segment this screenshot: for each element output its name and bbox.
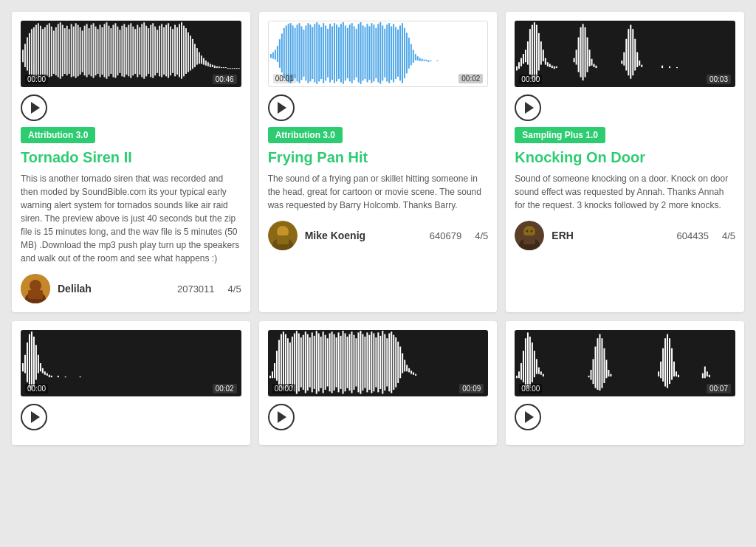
- card-frying: 00:01 00:02 Attribution 3.0 Frying Pan H…: [259, 12, 498, 312]
- svg-rect-211: [583, 24, 584, 81]
- svg-rect-313: [399, 347, 401, 379]
- svg-rect-223: [633, 29, 634, 75]
- svg-rect-86: [212, 65, 213, 67]
- svg-rect-296: [362, 334, 363, 391]
- svg-rect-225: [637, 52, 639, 67]
- svg-rect-276: [317, 334, 319, 392]
- time-start-knocking: 00:00: [519, 75, 542, 84]
- svg-rect-260: [283, 331, 284, 390]
- svg-rect-18: [62, 25, 63, 77]
- svg-rect-323: [520, 363, 522, 380]
- play-button-knocking[interactable]: [515, 94, 541, 121]
- svg-rect-206: [556, 66, 557, 68]
- card-bottom1: 00:00 00:02: [12, 321, 250, 445]
- svg-rect-188: [516, 66, 518, 71]
- svg-rect-208: [576, 49, 577, 64]
- svg-rect-112: [277, 46, 278, 62]
- svg-rect-170: [404, 28, 405, 78]
- svg-rect-299: [368, 335, 370, 390]
- svg-rect-15: [55, 27, 57, 75]
- desc-tornado: This is another tornado siren that was r…: [21, 172, 241, 265]
- svg-rect-16: [58, 24, 59, 78]
- svg-rect-58: [150, 25, 151, 78]
- svg-rect-191: [523, 54, 524, 64]
- svg-rect-253: [80, 376, 81, 377]
- svg-rect-138: [334, 23, 335, 83]
- svg-rect-331: [538, 368, 540, 374]
- svg-rect-113: [279, 39, 281, 67]
- svg-rect-307: [386, 338, 388, 386]
- svg-rect-289: [346, 337, 348, 388]
- svg-rect-303: [377, 332, 379, 392]
- svg-rect-140: [338, 27, 340, 79]
- svg-rect-271: [306, 334, 308, 391]
- svg-rect-213: [587, 38, 588, 72]
- svg-rect-349: [667, 334, 668, 388]
- svg-rect-97: [236, 68, 238, 69]
- svg-rect-68: [172, 29, 173, 73]
- svg-rect-176: [416, 56, 418, 61]
- svg-rect-266: [295, 331, 297, 394]
- license-knocking: Sampling Plus 1.0: [515, 127, 605, 143]
- svg-rect-352: [673, 362, 675, 376]
- time-end-b1: 00:02: [213, 384, 237, 393]
- svg-rect-160: [382, 26, 383, 81]
- svg-rect-13: [51, 27, 52, 77]
- svg-rect-43: [117, 27, 118, 75]
- svg-rect-36: [102, 27, 103, 75]
- svg-rect-319: [413, 372, 414, 374]
- svg-rect-278: [322, 331, 323, 393]
- svg-rect-248: [47, 374, 48, 376]
- svg-rect-108: [28, 290, 43, 299]
- svg-rect-294: [357, 332, 359, 392]
- rating-knocking: 4/5: [722, 230, 735, 241]
- svg-rect-79: [196, 48, 198, 65]
- title-tornado: Tornado Siren II: [21, 149, 241, 166]
- rating-tornado: 4/5: [228, 283, 241, 295]
- svg-rect-226: [639, 61, 641, 66]
- svg-rect-326: [527, 332, 529, 389]
- svg-rect-34: [97, 29, 99, 74]
- svg-rect-115: [283, 28, 284, 78]
- license-tornado: Attribution 3.0: [21, 127, 95, 143]
- svg-rect-330: [536, 359, 537, 374]
- svg-rect-131: [318, 24, 320, 81]
- svg-rect-336: [593, 359, 594, 384]
- play-button-bottom2[interactable]: [268, 404, 295, 430]
- svg-rect-145: [348, 24, 350, 81]
- avatar-mike: [268, 221, 298, 250]
- svg-rect-177: [419, 58, 420, 61]
- svg-rect-158: [377, 24, 379, 82]
- svg-rect-254: [269, 376, 271, 378]
- svg-rect-92: [225, 67, 227, 68]
- svg-rect-166: [395, 27, 396, 79]
- svg-rect-150: [360, 22, 361, 84]
- play-button-bottom1[interactable]: [21, 404, 47, 430]
- svg-rect-246: [42, 368, 44, 374]
- play-button-bottom3[interactable]: [515, 404, 541, 430]
- svg-rect-198: [538, 33, 540, 71]
- svg-rect-284: [335, 337, 337, 388]
- svg-rect-193: [527, 41, 529, 65]
- svg-rect-298: [366, 332, 368, 392]
- svg-rect-241: [31, 331, 32, 390]
- svg-rect-67: [170, 27, 171, 75]
- svg-rect-149: [357, 24, 359, 82]
- svg-rect-342: [606, 360, 608, 379]
- svg-rect-301: [373, 334, 374, 392]
- svg-rect-315: [404, 360, 405, 372]
- svg-rect-348: [664, 338, 666, 386]
- svg-rect-136: [329, 24, 331, 82]
- svg-rect-50: [132, 27, 134, 75]
- svg-rect-288: [344, 334, 346, 392]
- play-button-tornado[interactable]: [21, 94, 47, 121]
- svg-rect-245: [40, 363, 41, 371]
- svg-rect-119: [292, 26, 293, 81]
- svg-rect-32: [93, 23, 94, 78]
- svg-rect-9: [42, 29, 44, 75]
- svg-rect-35: [100, 25, 101, 78]
- play-button-frying[interactable]: [268, 94, 295, 121]
- svg-rect-312: [397, 342, 399, 383]
- svg-rect-57: [148, 28, 149, 74]
- svg-rect-155: [371, 23, 372, 83]
